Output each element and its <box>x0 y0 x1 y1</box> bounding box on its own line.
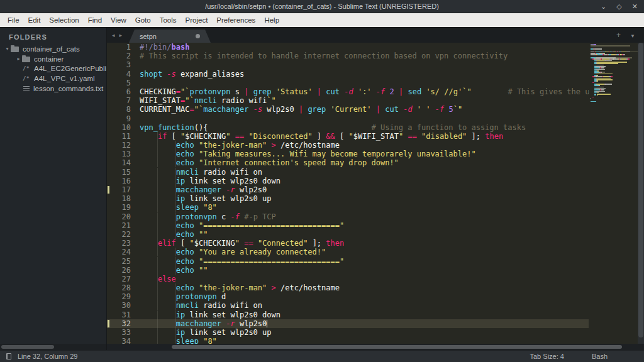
minimize-icon[interactable]: ⌄ <box>601 3 606 10</box>
code-line[interactable]: if [ "$CHECKING" == "Disconnected" ] && … <box>140 132 589 141</box>
close-icon[interactable]: ✕ <box>632 3 638 10</box>
menu-item-find[interactable]: Find <box>84 14 106 26</box>
line-number[interactable]: 31 <box>107 310 140 319</box>
code-line[interactable]: echo "" <box>140 230 589 239</box>
menu-item-selection[interactable]: Selection <box>45 14 83 26</box>
code-line[interactable]: macchanger -r wlp2s0 <box>140 319 589 328</box>
menu-item-goto[interactable]: Goto <box>131 14 155 26</box>
code-line[interactable]: CHECKING="`protonvpn s | grep 'Status' |… <box>140 87 589 96</box>
line-number[interactable]: 18 <box>107 194 140 203</box>
code-line[interactable]: vpn_function(){ # Using a function to as… <box>140 123 589 132</box>
code-line[interactable]: protonvpn c -f #-p TCP <box>140 212 589 221</box>
line-number[interactable]: 27 <box>107 275 140 283</box>
line-number[interactable]: 28 <box>107 283 140 292</box>
line-number[interactable]: 32 <box>107 319 140 328</box>
line-number[interactable]: 16 <box>107 177 140 185</box>
code-line[interactable] <box>140 114 589 123</box>
menu-item-view[interactable]: View <box>106 14 131 26</box>
new-tab-icon[interactable]: + <box>616 31 621 40</box>
editor-hscroll-thumb[interactable] <box>172 345 622 349</box>
line-number[interactable]: 30 <box>107 301 140 310</box>
code-line[interactable]: macchanger -r wlp2s0 <box>140 185 589 194</box>
maximize-icon[interactable]: ◇ <box>616 3 621 10</box>
menu-item-project[interactable]: Project <box>181 14 213 26</box>
titlebar[interactable]: /usr/local/sbin/setpn • (container_of_ca… <box>0 0 644 13</box>
sidebar-item-container[interactable]: ▸container <box>0 54 106 64</box>
line-number[interactable]: 9 <box>107 114 140 123</box>
line-number[interactable]: 12 <box>107 141 140 150</box>
line-number[interactable]: 13 <box>107 150 140 158</box>
sidebar-item-a4l-ec2genericpublic-yaml[interactable]: /*A4L_EC2GenericPublic.yaml <box>0 64 106 74</box>
vertical-scroll-thumb[interactable] <box>638 43 643 337</box>
code-line[interactable]: shopt -s expand_aliases <box>140 70 589 79</box>
line-number[interactable]: 6 <box>107 87 140 96</box>
line-number[interactable]: 21 <box>107 221 140 230</box>
code-line[interactable]: protonvpn d <box>140 292 589 301</box>
menu-item-tools[interactable]: Tools <box>155 14 181 26</box>
code-line[interactable] <box>140 60 589 69</box>
line-number[interactable]: 10 <box>107 123 140 132</box>
code-line[interactable]: nmcli radio wifi on <box>140 168 589 177</box>
code-line[interactable]: ip link set wlp2s0 up <box>140 194 589 203</box>
tab-setpn[interactable]: setpn <box>129 30 211 43</box>
line-number[interactable]: 14 <box>107 158 140 167</box>
code-line[interactable]: echo "the-joker-man" > /etc/hostname <box>140 283 589 292</box>
tab-size-indicator[interactable]: Tab Size: 4 <box>530 353 564 360</box>
code-line[interactable]: nmcli radio wifi on <box>140 301 589 310</box>
disclosure-closed-icon[interactable]: ▸ <box>15 56 22 62</box>
line-number[interactable]: 8 <box>107 105 140 114</box>
code-line[interactable]: sleep "8" <box>140 203 589 212</box>
line-number[interactable]: 11 <box>107 132 140 141</box>
tab-overflow-icon[interactable]: ▼ <box>630 31 635 39</box>
menu-item-file[interactable]: File <box>3 14 24 26</box>
menu-item-edit[interactable]: Edit <box>24 14 45 26</box>
code-line[interactable]: echo "the-joker-man" > /etc/hostname <box>140 141 589 150</box>
sidebar-item-a4l-vpc-v1-yaml[interactable]: /*A4L_VPC_v1.yaml <box>0 74 106 84</box>
code-area[interactable]: #!/bin/bash# This script is intended to … <box>140 43 589 350</box>
line-number[interactable]: 19 <box>107 203 140 212</box>
line-number[interactable]: 22 <box>107 230 140 239</box>
code-line[interactable]: else <box>140 275 589 283</box>
code-line[interactable]: ip link set wlp2s0 up <box>140 328 589 337</box>
code-line[interactable] <box>140 79 589 87</box>
line-number[interactable]: 29 <box>107 292 140 301</box>
code-line[interactable]: ip link set wlp2s0 down <box>140 310 589 319</box>
editor-hscrollbar[interactable] <box>107 344 644 350</box>
code-line[interactable]: echo "Taking measures... Wifi may become… <box>140 150 589 158</box>
code-line[interactable]: elif [ "$CHECKING" == "Connected" ]; the… <box>140 239 589 248</box>
sidebar-hscrollbar[interactable] <box>0 344 106 350</box>
line-number[interactable]: 20 <box>107 212 140 221</box>
sidebar-item-lesson-commands-txt[interactable]: lesson_commands.txt <box>0 84 106 94</box>
menu-item-help[interactable]: Help <box>260 14 284 26</box>
line-number[interactable]: 4 <box>107 70 140 79</box>
code-line[interactable]: echo "==============================" <box>140 257 589 266</box>
code-line[interactable]: echo "" <box>140 266 589 275</box>
line-number[interactable]: 1 <box>107 43 140 52</box>
tab-modified-icon[interactable] <box>196 34 200 38</box>
menu-item-preferences[interactable]: Preferences <box>212 14 260 26</box>
line-number[interactable]: 23 <box>107 239 140 248</box>
code-line[interactable]: ip link set wlp2s0 down <box>140 177 589 185</box>
code-line[interactable]: CURRENT_MAC="`macchanger -s wlp2s0 | gre… <box>140 105 589 114</box>
code-line[interactable]: #!/bin/bash <box>140 43 589 52</box>
minimap[interactable] <box>589 43 638 350</box>
line-number[interactable]: 25 <box>107 257 140 266</box>
sidebar-item-container-of-cats[interactable]: ▾container_of_cats <box>0 44 106 54</box>
line-number[interactable]: 33 <box>107 328 140 337</box>
syntax-indicator[interactable]: Bash <box>592 353 608 360</box>
line-number[interactable]: 17 <box>107 185 140 194</box>
sidebar-hscroll-thumb[interactable] <box>1 345 54 349</box>
code-line[interactable]: # This script is intended to handle inte… <box>140 52 589 60</box>
vertical-scrollbar[interactable] <box>638 43 644 350</box>
tab-scroll-arrows[interactable]: ◂▸ <box>112 32 126 38</box>
line-number[interactable]: 5 <box>107 79 140 87</box>
line-number[interactable]: 2 <box>107 52 140 60</box>
line-number[interactable]: 3 <box>107 60 140 69</box>
code-line[interactable]: echo "==============================" <box>140 221 589 230</box>
code-line[interactable]: WIFI_STAT="`nmcli radio wifi`" <box>140 96 589 105</box>
line-number[interactable]: 26 <box>107 266 140 275</box>
disclosure-open-icon[interactable]: ▾ <box>4 46 11 52</box>
line-number[interactable]: 7 <box>107 96 140 105</box>
line-number[interactable]: 15 <box>107 168 140 177</box>
code-line[interactable]: echo "Internet connection's speed may dr… <box>140 158 589 167</box>
